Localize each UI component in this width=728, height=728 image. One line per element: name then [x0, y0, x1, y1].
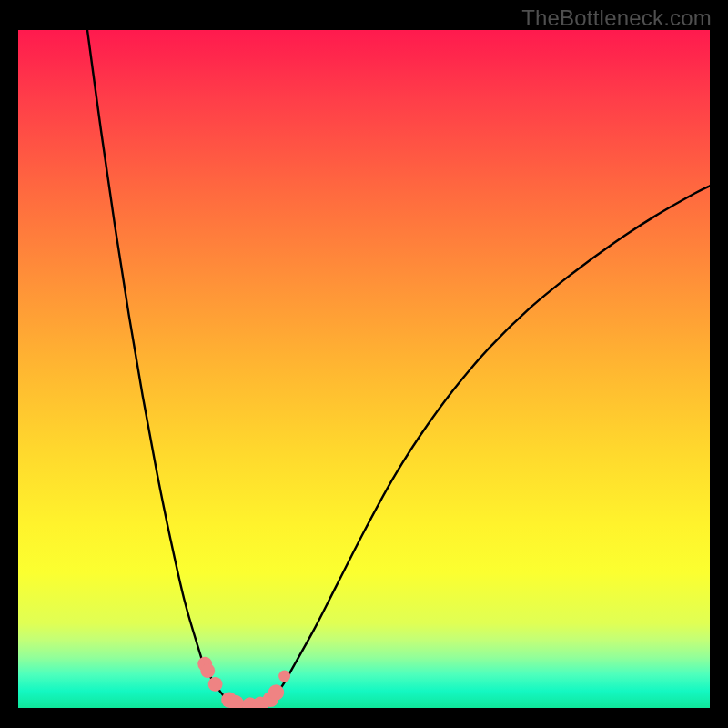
chart-svg	[18, 30, 710, 708]
data-marker	[278, 670, 290, 682]
data-markers	[197, 657, 290, 708]
data-marker	[200, 663, 215, 678]
data-marker	[208, 677, 223, 692]
brand-watermark: TheBottleneck.com	[521, 5, 712, 31]
bottleneck-curve	[87, 30, 710, 707]
data-marker	[268, 684, 284, 700]
chart-frame	[18, 30, 710, 708]
